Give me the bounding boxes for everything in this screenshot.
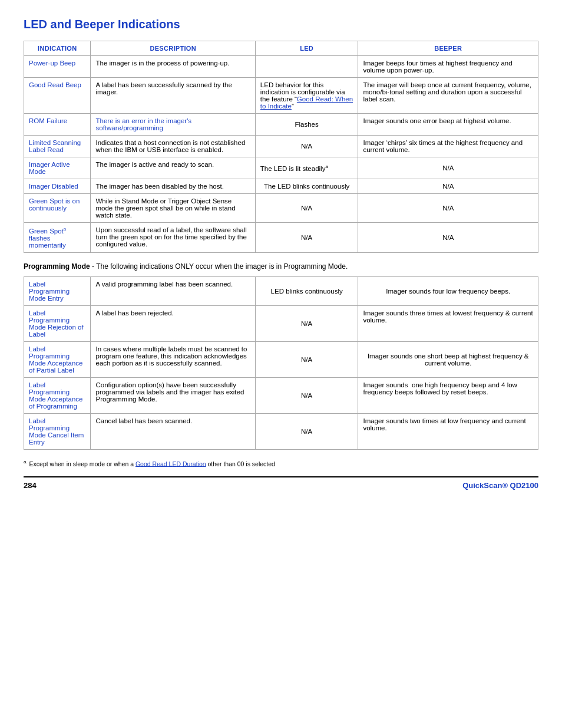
beeper-cell: Imager sounds three times at lowest freq… <box>358 305 538 341</box>
footnote: a. Except when in sleep mode or when a G… <box>24 459 538 467</box>
led-cell: N/A <box>255 305 358 341</box>
indication-cell: Good Read Beep <box>24 78 91 114</box>
led-cell <box>255 56 358 78</box>
indication-cell: Imager Disabled <box>24 179 91 194</box>
main-table: INDICATION DESCRIPTION LED BEEPER Power-… <box>24 41 538 253</box>
beeper-cell: N/A <box>358 157 538 179</box>
beeper-cell: Imager beeps four times at highest frequ… <box>358 56 538 78</box>
led-cell: N/A <box>255 136 358 157</box>
product-name: QuickScan® QD2100 <box>462 481 538 490</box>
table-row: ROM Failure There is an error in the ima… <box>24 114 538 136</box>
description-cell: The imager is in the process of powering… <box>91 56 255 78</box>
description-cell: The imager is active and ready to scan. <box>91 157 255 179</box>
description-cell: In cases where multiple labels must be s… <box>91 341 255 377</box>
programming-table: Label Programming Mode Entry A valid pro… <box>24 276 538 450</box>
indication-cell: Label Programming Mode Acceptance of Pro… <box>24 377 91 413</box>
beeper-cell: Imager sounds one short beep at highest … <box>358 341 538 377</box>
led-cell: N/A <box>255 223 358 253</box>
good-read-link[interactable]: Good Read: When to Indicate <box>260 95 353 110</box>
col-header-beeper: BEEPER <box>358 41 538 56</box>
col-header-description: DESCRIPTION <box>91 41 255 56</box>
led-cell: LED behavior for this indication is conf… <box>255 78 358 114</box>
table-row: Green Spot is on continuously While in S… <box>24 194 538 223</box>
led-cell: The LED is lit steadilya <box>255 157 358 179</box>
footnote-marker: a. <box>24 459 28 465</box>
page-footer: 284 QuickScan® QD2100 <box>24 476 538 490</box>
indication-cell: Label Programming Mode Entry <box>24 276 91 305</box>
description-cell: Upon successful read of a label, the sof… <box>91 223 255 253</box>
prog-mode-bold: Programming Mode <box>24 262 90 271</box>
led-cell: N/A <box>255 377 358 413</box>
led-cell: The LED blinks continuously <box>255 179 358 194</box>
table-row: Label Programming Mode Rejection of Labe… <box>24 305 538 341</box>
description-cell: Configuration option(s) have been succes… <box>91 377 255 413</box>
table-row: Imager Disabled The imager has been disa… <box>24 179 538 194</box>
beeper-cell: N/A <box>358 223 538 253</box>
indication-cell: ROM Failure <box>24 114 91 136</box>
description-cell: A label has been rejected. <box>91 305 255 341</box>
indication-cell: Label Programming Mode Acceptance of Par… <box>24 341 91 377</box>
led-cell: LED blinks continuously <box>255 276 358 305</box>
beeper-cell: The imager will beep once at current fre… <box>358 78 538 114</box>
footnote-text-after: other than 00 is selected <box>206 460 275 467</box>
table-row: Good Read Beep A label has been successf… <box>24 78 538 114</box>
table-row: Green Spota flashes momentarily Upon suc… <box>24 223 538 253</box>
led-cell: N/A <box>255 341 358 377</box>
description-cell: There is an error in the imager's softwa… <box>91 114 255 136</box>
table-row: Label Programming Mode Cancel Item Entry… <box>24 413 538 449</box>
indication-cell: Label Programming Mode Rejection of Labe… <box>24 305 91 341</box>
description-cell: Indicates that a host connection is not … <box>91 136 255 157</box>
col-header-indication: INDICATION <box>24 41 91 56</box>
beeper-cell: Imager ‘chirps’ six times at the highest… <box>358 136 538 157</box>
indication-cell: Green Spota flashes momentarily <box>24 223 91 253</box>
beeper-cell: Imager sounds four low frequency beeps. <box>358 276 538 305</box>
good-read-led-link[interactable]: Good Read LED Duration <box>135 460 206 467</box>
programming-mode-note: Programming Mode - The following indicat… <box>24 262 538 271</box>
led-cell: Flashes <box>255 114 358 136</box>
description-cell: A valid programming label has been scann… <box>91 276 255 305</box>
page-title: LED and Beeper Indications <box>24 18 538 31</box>
beeper-cell: N/A <box>358 194 538 223</box>
table-row: Label Programming Mode Acceptance of Par… <box>24 341 538 377</box>
indication-cell: Power-up Beep <box>24 56 91 78</box>
table-row: Label Programming Mode Acceptance of Pro… <box>24 377 538 413</box>
footnote-sup-a2: a <box>64 226 66 232</box>
prog-mode-rest: - The following indications ONLY occur w… <box>90 262 348 271</box>
page-number: 284 <box>24 481 37 490</box>
led-cell: N/A <box>255 413 358 449</box>
footnote-text: Except when in sleep mode or when a <box>29 460 135 467</box>
table-row: Imager Active Mode The imager is active … <box>24 157 538 179</box>
beeper-cell: N/A <box>358 179 538 194</box>
beeper-cell: Imager sounds one error beep at highest … <box>358 114 538 136</box>
description-cell: While in Stand Mode or Trigger Object Se… <box>91 194 255 223</box>
description-cell: The imager has been disabled by the host… <box>91 179 255 194</box>
indication-cell: Imager Active Mode <box>24 157 91 179</box>
indication-cell: Limited Scanning Label Read <box>24 136 91 157</box>
table-row: Label Programming Mode Entry A valid pro… <box>24 276 538 305</box>
indication-cell: Label Programming Mode Cancel Item Entry <box>24 413 91 449</box>
beeper-cell: Imager sounds two times at low frequency… <box>358 413 538 449</box>
description-cell: A label has been successfully scanned by… <box>91 78 255 114</box>
led-cell: N/A <box>255 194 358 223</box>
beeper-cell: Imager sounds one high frequency beep an… <box>358 377 538 413</box>
table-row: Power-up Beep The imager is in the proce… <box>24 56 538 78</box>
description-cell: Cancel label has been scanned. <box>91 413 255 449</box>
indication-cell: Green Spot is on continuously <box>24 194 91 223</box>
footnote-sup-a: a <box>325 164 328 169</box>
table-row: Limited Scanning Label Read Indicates th… <box>24 136 538 157</box>
col-header-led: LED <box>255 41 358 56</box>
